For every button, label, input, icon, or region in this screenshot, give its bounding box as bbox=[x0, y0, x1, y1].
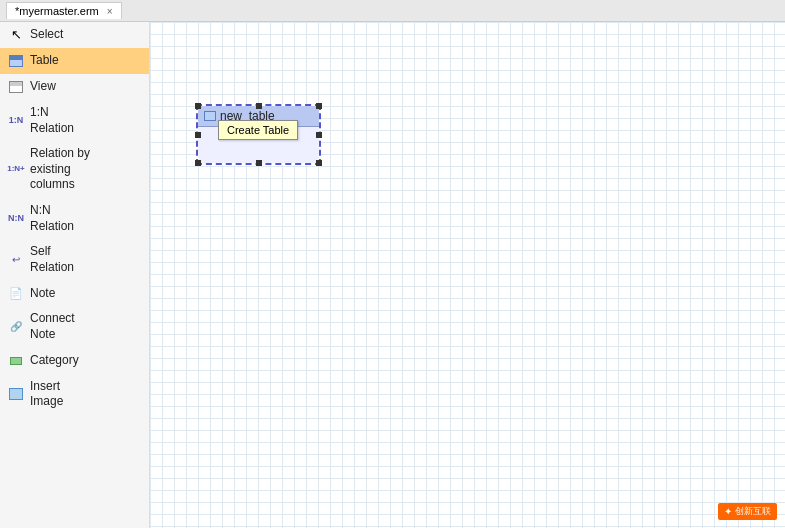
relby-icon: 1:N+ bbox=[8, 162, 24, 178]
sidebar-item-select[interactable]: ↖ Select bbox=[0, 22, 149, 48]
tooltip-label: Create Table bbox=[227, 124, 289, 136]
sidebar-item-connect[interactable]: 🔗 Connect Note bbox=[0, 306, 149, 347]
resize-handle-bm[interactable] bbox=[256, 160, 262, 166]
sidebar-item-label-relby: Relation by existing columns bbox=[30, 146, 90, 193]
sidebar: ↖ Select Table View 1:N bbox=[0, 22, 150, 528]
sidebar-item-label-1n: 1:N Relation bbox=[30, 105, 74, 136]
watermark: ✦ 创新互联 bbox=[718, 503, 777, 520]
self-icon: ↩ bbox=[8, 252, 24, 268]
sidebar-item-label-view: View bbox=[30, 79, 56, 95]
tab-close-button[interactable]: × bbox=[107, 6, 113, 17]
table-header-icon bbox=[204, 111, 216, 121]
resize-handle-br[interactable] bbox=[316, 160, 322, 166]
sidebar-item-label-self: Self Relation bbox=[30, 244, 74, 275]
resize-handle-lm[interactable] bbox=[195, 132, 201, 138]
note-icon: 📄 bbox=[8, 285, 24, 301]
nn-icon: N:N bbox=[8, 211, 24, 227]
sidebar-item-label-nn: N:N Relation bbox=[30, 203, 74, 234]
sidebar-item-table[interactable]: Table bbox=[0, 48, 149, 74]
arrow-icon: ↖ bbox=[8, 27, 24, 43]
sidebar-item-self[interactable]: ↩ Self Relation bbox=[0, 239, 149, 280]
sidebar-item-label-insert: Insert Image bbox=[30, 379, 63, 410]
sidebar-item-label-note: Note bbox=[30, 286, 55, 302]
sidebar-item-category[interactable]: Category bbox=[0, 348, 149, 374]
title-tab[interactable]: *myermaster.erm × bbox=[6, 2, 122, 19]
sidebar-item-label-table: Table bbox=[30, 53, 59, 69]
sidebar-item-relby[interactable]: 1:N+ Relation by existing columns bbox=[0, 141, 149, 198]
watermark-text: 创新互联 bbox=[735, 505, 771, 518]
connect-icon: 🔗 bbox=[8, 319, 24, 335]
view-icon bbox=[8, 79, 24, 95]
resize-handle-tl[interactable] bbox=[195, 103, 201, 109]
canvas-area[interactable]: Create Table new_table ✦ 创新互联 bbox=[150, 22, 785, 528]
sidebar-item-label-category: Category bbox=[30, 353, 79, 369]
sidebar-item-view[interactable]: View bbox=[0, 74, 149, 100]
sidebar-item-1n[interactable]: 1:N 1:N Relation bbox=[0, 100, 149, 141]
sidebar-item-note[interactable]: 📄 Note bbox=[0, 280, 149, 306]
table-icon bbox=[8, 53, 24, 69]
resize-handle-rm[interactable] bbox=[316, 132, 322, 138]
resize-handle-tm[interactable] bbox=[256, 103, 262, 109]
sidebar-item-label-select: Select bbox=[30, 27, 63, 43]
sidebar-item-nn[interactable]: N:N N:N Relation bbox=[0, 198, 149, 239]
insert-icon bbox=[8, 386, 24, 402]
main-layout: ↖ Select Table View 1:N bbox=[0, 22, 785, 528]
sidebar-item-label-connect: Connect Note bbox=[30, 311, 75, 342]
title-bar: *myermaster.erm × bbox=[0, 0, 785, 22]
create-table-tooltip: Create Table bbox=[218, 120, 298, 140]
resize-handle-bl[interactable] bbox=[195, 160, 201, 166]
resize-handle-tr[interactable] bbox=[316, 103, 322, 109]
sidebar-item-insert[interactable]: Insert Image bbox=[0, 374, 149, 415]
tab-label: *myermaster.erm bbox=[15, 5, 99, 17]
1n-icon: 1:N bbox=[8, 113, 24, 129]
category-icon bbox=[8, 353, 24, 369]
canvas-grid bbox=[150, 22, 785, 528]
